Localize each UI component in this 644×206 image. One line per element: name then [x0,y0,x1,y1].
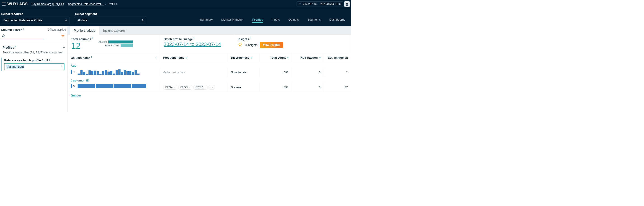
th-total-count[interactable]: Total count? [260,53,292,62]
lightbulb-icon [238,42,243,47]
breadcrumb: Ray Demos (org-qEZQUE) / Segmented Refer… [32,3,117,6]
unique-value: 37 [324,83,351,92]
help-icon[interactable]: ? [250,37,251,40]
help-icon[interactable]: ? [92,37,93,40]
histogram-age [78,69,140,75]
content: Profile analysis Insight explorer Total … [68,26,351,112]
pill[interactable]: C2749… [178,85,192,90]
column-link-gender[interactable]: Gender [68,92,351,98]
sub-header: Select resource Segmented Reference Prof… [0,8,351,26]
th-column-name[interactable]: Column name? ↑ [68,53,160,62]
svg-point-2 [2,35,4,37]
main: Column search? 2 filters applied Profile… [0,26,351,112]
date-from: 2023/07/14 [303,3,316,6]
breadcrumb-current: Profiles [108,3,117,6]
sidebar: Column search? 2 filters applied Profile… [0,26,68,112]
tab-profile-analysis[interactable]: Profile analysis [70,27,99,35]
null-value: 0 [292,83,324,92]
tab-profiles[interactable]: Profiles [252,18,263,23]
menu-icon[interactable] [1,2,6,6]
th-discreteness[interactable]: Discreteness? [228,53,260,62]
th-frequent-items[interactable]: Frequent items? [160,53,228,62]
column-link-customer-id[interactable]: Customer_ID [68,77,351,83]
table-row: P1 C2744… C2749… C2672… ... Discrete 392… [68,83,351,92]
lineage-link[interactable]: 2023-07-14 to 2023-07-14 [164,42,230,47]
tab-segments[interactable]: Segments [308,18,321,23]
view-insights-button[interactable]: View insights [260,42,283,48]
search-icon [2,34,6,38]
filter-button[interactable] [60,33,66,39]
unique-value: 2 [324,68,351,77]
profile-badge: P1 [73,71,76,73]
lineage-label: Batch profile lineage [164,37,193,41]
column-search-input[interactable] [1,33,44,39]
chevron-up-icon[interactable] [62,46,65,49]
column-link-age[interactable]: Age [68,62,351,68]
discrete-label: Discrete [98,41,107,44]
tab-insight-explorer[interactable]: Insight explorer [100,27,129,35]
total-columns-label: Total columns [71,37,91,41]
tab-outputs[interactable]: Outputs [288,18,299,23]
null-value: 0 [292,68,324,77]
nondiscrete-label: Non-discrete [105,44,119,47]
help-icon[interactable]: ? [15,46,16,48]
svg-rect-0 [299,3,301,5]
sort-arrow-icon[interactable]: ↑ [155,56,157,60]
count-value: 392 [260,83,292,92]
segment-value: All data [77,19,87,22]
p1-label: Reference or batch profile for P1: [4,59,65,62]
breadcrumb-org[interactable]: Ray Demos (org-qEZQUE) [32,3,64,6]
discrete-bar [108,40,133,43]
pill[interactable]: C2744… [163,85,177,90]
filters-applied: 2 filters applied [48,28,66,31]
tab-monitor-manager[interactable]: Monitor Manager [222,18,244,23]
column-group-customer-id: Customer_ID P1 C2744… C2749… C2672… ... … [68,77,351,92]
avatar[interactable] [344,1,350,7]
discreteness-value: Non-discrete [228,68,260,77]
date-to: 2023/07/14 [320,3,334,6]
content-tabs: Profile analysis Insight explorer [68,26,351,35]
segment-chart-customer-id [78,84,146,88]
column-group-age: Age P1 Data not shown Non-discrete 392 0… [68,62,351,77]
svg-point-1 [346,3,348,4]
profile-badge: P1 [73,85,76,87]
chevron-updown-icon [60,65,63,67]
th-est-unique[interactable]: Est. unique va [324,53,351,62]
top-bar: WHYLABS Ray Demos (org-qEZQUE) / Segment… [0,0,351,8]
pill-more[interactable]: ... [209,85,215,90]
profile-p1-block: Reference or batch profile for P1: train… [2,58,66,71]
insights-cell: Insights? 3 insights View insights [234,35,351,53]
resource-selector[interactable]: Segmented Reference Profile [1,17,70,24]
tab-summary[interactable]: Summary [200,18,213,23]
insights-count: 3 insights [245,43,257,47]
breadcrumb-project[interactable]: Segmented Reference Prof… [68,3,104,6]
filter-icon [61,35,64,38]
profiles-section-header: Profiles [2,46,14,49]
user-icon [345,2,349,6]
th-null-fraction[interactable]: Null fraction? [292,53,324,62]
tab-dashboards[interactable]: Dashboards [330,18,346,23]
segment-selector[interactable]: All data [74,17,146,24]
nondiscrete-bar [121,44,133,47]
date-range-picker[interactable]: 2023/07/14 - 2023/07/14 UTC [297,1,343,7]
p1-value: training_data [6,65,24,69]
table-row: P1 Data not shown Non-discrete 392 0 2 [68,68,351,77]
date-tz: UTC [335,3,341,6]
p1-profile-select[interactable]: training_data [4,63,65,70]
tab-inputs[interactable]: Inputs [272,18,280,23]
pill[interactable]: C2672… [194,85,208,90]
lineage-cell: Batch profile lineage? 2023-07-14 to 202… [160,35,234,53]
summary-row: Total columns? 12 Discrete Non-discrete … [68,35,351,53]
table-header: Column name? ↑ Frequent items? Discreten… [68,53,351,62]
resource-value: Segmented Reference Profile [4,19,42,22]
resource-label: Select resource [1,12,70,16]
freq-not-shown: Data not shown [163,71,186,74]
nav-tabs: Summary Monitor Manager Profiles Inputs … [200,9,350,26]
chevron-updown-icon [141,19,144,21]
column-search-label: Column search [1,28,22,32]
total-columns-value: 12 [71,41,93,51]
calendar-icon [299,3,302,6]
chevron-updown-icon [65,19,67,21]
help-icon[interactable]: ? [193,37,195,40]
help-icon[interactable]: ? [23,28,24,30]
